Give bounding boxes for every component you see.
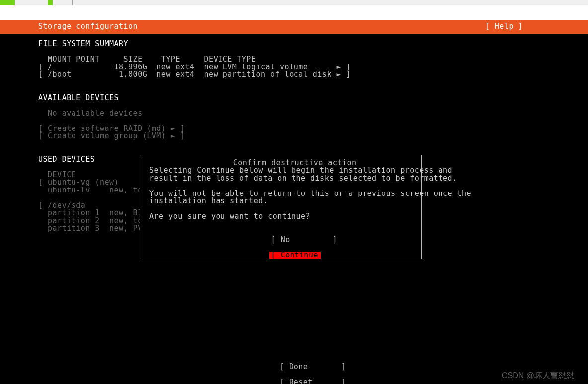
help-button[interactable]: [ Help ] <box>485 23 523 31</box>
used-devices-heading: USED DEVICES <box>38 156 95 164</box>
done-button[interactable]: [ Done ] <box>278 363 329 371</box>
confirm-dialog: Confirm destructive action Selecting Con… <box>140 155 422 259</box>
confirm-dialog-body: Selecting Continue below will begin the … <box>149 167 471 221</box>
dialog-no-button[interactable]: [ No ] <box>269 236 321 244</box>
installer-header: Storage configuration [ Help ] <box>0 20 588 34</box>
window-chrome-accent <box>0 0 15 5</box>
dialog-continue-button[interactable]: [ Continue ] <box>269 252 321 259</box>
bottom-actions: [ Done ] [ Reset ] [ Back ] <box>0 355 588 384</box>
terminal: Storage configuration [ Help ] FILE SYST… <box>0 5 588 384</box>
window-chrome-accent-mid <box>48 0 53 5</box>
page-title: Storage configuration <box>38 23 138 31</box>
fs-summary-row-boot[interactable]: [ /boot 1.000G new ext4 new partition of… <box>38 71 351 79</box>
window-chrome-sep <box>72 0 73 5</box>
reset-button[interactable]: [ Reset ] <box>278 379 329 384</box>
available-devices-heading: AVAILABLE DEVICES <box>38 94 119 102</box>
create-lvm-button[interactable]: [ Create volume group (LVM) ► ] <box>38 132 185 140</box>
used-device-ubuntu-lv[interactable]: ubuntu-lv new, to <box>38 187 143 194</box>
watermark: CSDN @坏人曹怼怼 <box>502 372 574 380</box>
window-chrome-bar <box>0 0 588 5</box>
used-device-sda-p3[interactable]: partition 3 new, PV <box>38 225 147 233</box>
terminal-top-gap <box>0 5 588 20</box>
no-available-devices: No available devices <box>38 110 143 118</box>
fs-summary-heading: FILE SYSTEM SUMMARY <box>38 40 128 48</box>
